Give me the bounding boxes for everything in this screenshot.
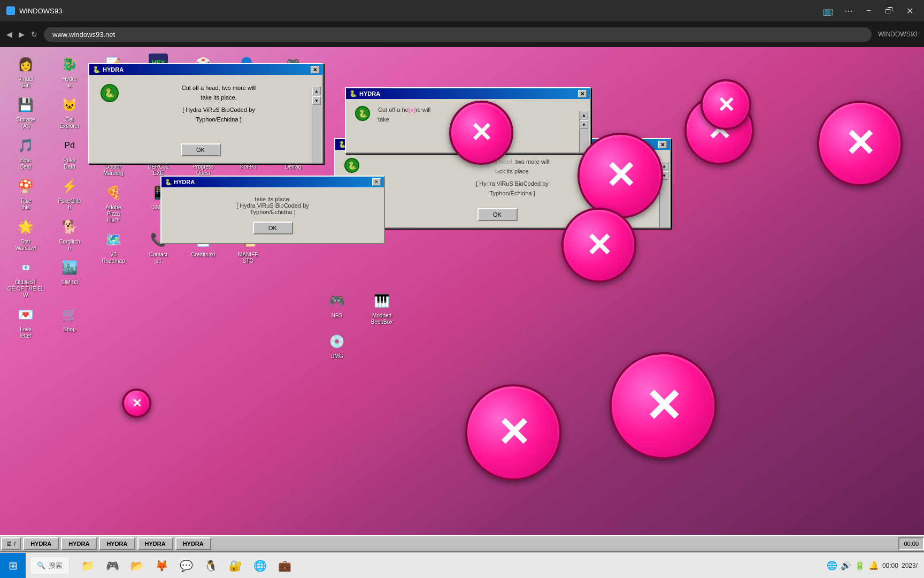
win93-desktop: 👩 VirtualGirl 🐉 Hydrae 💾 Storage(A:) 🐱 C… <box>0 47 924 578</box>
win93-task-hydra-5[interactable]: HYDRA <box>175 537 211 550</box>
taskbar-search[interactable]: 🔍 搜索 <box>30 557 70 575</box>
hydra-close-1[interactable]: ✕ <box>311 66 319 73</box>
hydra-scrollbar-1[interactable]: ▲ ▼ <box>312 87 321 163</box>
puke-data-icon: Pd <box>59 135 80 156</box>
hydra-close-3[interactable]: ✕ <box>658 141 667 148</box>
icon-star-wars[interactable]: 🌟 StarWars.avi <box>4 214 47 254</box>
system-date: 2023/ <box>902 562 918 569</box>
cat-explorer-icon: 🐱 <box>59 94 80 116</box>
icon-hydra[interactable]: 🐉 Hydrae <box>48 51 91 91</box>
hydra-x-button-1[interactable] <box>449 101 513 165</box>
icon-pokeglitch[interactable]: ⚡ PokéGlitch <box>48 173 91 213</box>
browser-forward-btn[interactable]: ▶ <box>19 30 25 39</box>
browser-minimize-btn[interactable]: − <box>861 3 877 19</box>
hydra-x-button-8[interactable] <box>122 389 151 418</box>
taskbar-security[interactable]: 🔐 <box>224 554 247 577</box>
icon-virtual-girl[interactable]: 👩 VirtualGirl <box>4 51 47 91</box>
icon-take-this[interactable]: 🍄 Takethis <box>4 173 47 213</box>
icon-cat-explorer[interactable]: 🐱 CatExplorer <box>48 92 91 132</box>
start-button[interactable]: ⊞ <box>0 553 26 579</box>
win93-path-btn[interactable]: 🖹 / <box>1 537 21 550</box>
win93-task-hydra-3[interactable]: HYDRA <box>99 537 135 550</box>
desktop-icons-extra: 🎮 NES 🎹 ModdedBeepBox 💿 DMG <box>315 288 404 362</box>
partial-controls: ✕ <box>372 178 381 186</box>
storage-icon: 💾 <box>15 94 36 116</box>
browser-url-input[interactable] <box>44 27 872 42</box>
icon-modded-beep[interactable]: 🎹 ModdedBeepBox <box>360 288 403 328</box>
taskbar-edge[interactable]: 🌐 <box>248 554 272 577</box>
taskbar-app1[interactable]: 🎮 <box>101 554 124 577</box>
browser-favicon: 🌐 <box>6 6 15 15</box>
hydra-text-1: Cut off a head, two more will take its p… <box>126 83 312 124</box>
search-label: 搜索 <box>49 561 63 571</box>
tray-battery[interactable]: 🔋 <box>854 560 865 571</box>
tray-notification[interactable]: 🔔 <box>868 560 879 571</box>
browser-restore-btn[interactable]: 🗗 <box>881 3 897 19</box>
partial-content: take its place. [ Hydra ViRuS BioCoded b… <box>161 187 384 243</box>
icon-nes[interactable]: 🎮 NES <box>315 288 358 328</box>
partial-close-x[interactable]: ✕ <box>372 178 381 186</box>
icon-puke-data[interactable]: Pd PukeData <box>48 133 91 172</box>
scroll-down-2[interactable]: ▼ <box>580 120 588 129</box>
icon-v3road[interactable]: 🗺️ V3Roadmap <box>92 227 135 267</box>
browser-close-btn[interactable]: ✕ <box>902 3 918 19</box>
win93-task-hydra-1[interactable]: HYDRA <box>23 537 59 550</box>
hydra-title-icon-1: 🐍 <box>93 66 101 73</box>
pokeglitch-icon: ⚡ <box>59 176 80 197</box>
hydra-x-button-4[interactable] <box>561 208 636 283</box>
hydra-msg-line1: Cut off a head, two more will <box>126 83 312 93</box>
virtual-girl-icon: 👩 <box>15 54 36 75</box>
scroll-down-1[interactable]: ▼ <box>312 96 321 105</box>
browser-settings-btn[interactable]: ⋯ <box>841 3 857 19</box>
icon-oldest[interactable]: 📧 OLDESTGE OF THE EL W <box>4 255 47 301</box>
hydra-ok-btn-3[interactable]: OK <box>478 208 518 221</box>
taskbar-app2[interactable]: 📂 <box>125 554 149 577</box>
hydra-ok-area-1: OK <box>89 143 312 156</box>
hydra-icon: 🐉 <box>59 54 80 75</box>
icon-adobe[interactable]: 🍕 AdobePizzaPla™ <box>92 180 135 226</box>
scroll-up-2[interactable]: ▲ <box>580 111 588 119</box>
browser-refresh-btn[interactable]: ↻ <box>31 30 37 39</box>
hydra-x-button-2[interactable] <box>578 133 663 218</box>
win93-time: 00:00 <box>904 541 919 547</box>
hydra-titlebar-2: 🐍 HYDRA ✕ <box>346 88 590 99</box>
partial-line1: take its place. <box>170 196 375 202</box>
browser-back-btn[interactable]: ◀ <box>6 30 12 39</box>
win93-task-hydra-2[interactable]: HYDRA <box>61 537 97 550</box>
hydra-title-icon-2: 🐍 <box>349 90 357 97</box>
scroll-up-1[interactable]: ▲ <box>312 87 321 95</box>
icon-love-letter[interactable]: 💌 Loveletter <box>4 302 47 341</box>
hydra-dialog-icon-1: 🐍 <box>100 83 119 103</box>
hydra-ok-btn-1[interactable]: OK <box>181 143 221 156</box>
corglitch-icon: 🐕 <box>59 216 80 238</box>
hydra-close-2[interactable]: ✕ <box>578 90 587 97</box>
icon-sim93[interactable]: 🏙️ SIM 93 <box>48 255 91 301</box>
browser-controls: 📺 ⋯ − 🗗 ✕ <box>820 3 918 19</box>
hydra-message-1: 🐍 Cut off a head, two more will take its… <box>100 83 312 124</box>
win93-task-hydra-4[interactable]: HYDRA <box>137 537 173 550</box>
taskbar-file-explorer[interactable]: 📁 <box>76 554 99 577</box>
partial-ok-btn[interactable]: OK <box>253 222 293 234</box>
taskbar-browser[interactable]: 🦊 <box>150 554 173 577</box>
hydra-partial-text: 🐍 HYDRA ✕ take its place. [ Hydra ViRuS … <box>160 176 385 244</box>
hydra-msg-line4: Typhon/Échidna ] <box>126 115 312 125</box>
tray-network[interactable]: 🌐 <box>827 560 837 571</box>
icon-byte-beat[interactable]: 🎵 ByteBeat <box>4 133 47 172</box>
taskbar-chat[interactable]: 💬 <box>174 554 198 577</box>
icon-dmg[interactable]: 💿 DMG <box>315 329 358 362</box>
icon-shop[interactable]: 🛒 Shop <box>48 302 91 341</box>
hydra-x-button-corner[interactable] <box>817 101 903 186</box>
partial-ok-area: OK <box>170 222 375 234</box>
tray-volume[interactable]: 🔊 <box>841 560 851 571</box>
hydra-title-text-2: 🐍 HYDRA <box>349 90 380 97</box>
icon-storage[interactable]: 💾 Storage(A:) <box>4 92 47 132</box>
hydra-x-button-6[interactable] <box>610 352 717 459</box>
hydra-x-button-5[interactable] <box>700 79 751 130</box>
taskbar-app3[interactable]: 🐧 <box>199 554 222 577</box>
browser-cast-btn[interactable]: 📺 <box>820 3 836 19</box>
hydra-scrollbar-2[interactable]: ▲ ▼ <box>579 111 589 153</box>
icon-corglitch[interactable]: 🐕 Corglitchn <box>48 214 91 254</box>
hydra-title-label-2: HYDRA <box>359 90 380 97</box>
taskbar-app4[interactable]: 💼 <box>273 554 296 577</box>
hydra-x-button-7[interactable] <box>465 384 561 481</box>
